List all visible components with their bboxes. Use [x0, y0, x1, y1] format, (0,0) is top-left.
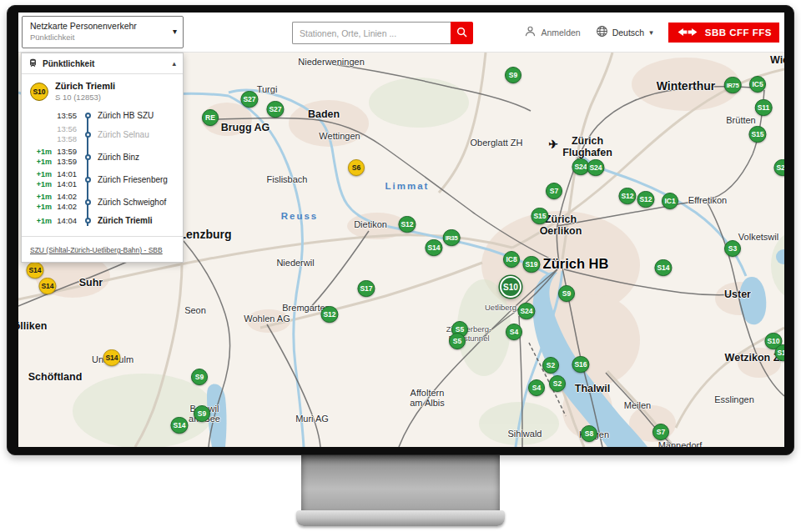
- train-badge-s19[interactable]: S19: [522, 256, 540, 273]
- search-button[interactable]: [451, 22, 473, 44]
- train-badge-s5[interactable]: S5: [449, 333, 466, 349]
- stop-dot: [85, 154, 91, 160]
- train-badge-s6[interactable]: S6: [348, 159, 365, 176]
- train-badge-s9[interactable]: S9: [558, 285, 575, 302]
- chevron-down-icon: ▾: [173, 27, 177, 36]
- train-badge-s14[interactable]: S14: [170, 417, 188, 434]
- monitor-bezel: NiederweningenTurgiBadenBrugg AGWettinge…: [7, 5, 794, 455]
- train-badge-s9[interactable]: S9: [505, 67, 521, 83]
- timeline-dot-cell: [82, 132, 93, 138]
- delay-column: +1m+1m: [30, 147, 52, 167]
- train-icon: [28, 56, 38, 71]
- train-badge-s12[interactable]: S12: [618, 188, 636, 204]
- stop-time: 14:01: [57, 169, 77, 179]
- stop-name: Zürich Binz: [93, 153, 139, 162]
- stop-row[interactable]: +1m14:04Zürich Triemli: [30, 214, 178, 227]
- stop-row[interactable]: 13:55Zürich HB SZU: [30, 109, 178, 122]
- stop-name: Zürich Triemli: [93, 216, 153, 225]
- panel-footer: SZU (Sihltal-Zürich-Uetliberg-Bahn) - SB…: [22, 236, 183, 262]
- stop-row[interactable]: +1m+1m13:5913:59Zürich Binz: [30, 147, 178, 167]
- login-button[interactable]: Anmelden: [524, 25, 580, 41]
- train-badge-s2[interactable]: S2: [549, 375, 566, 392]
- login-label: Anmelden: [541, 28, 580, 38]
- train-badge-s24[interactable]: S24: [587, 159, 604, 176]
- train-badge-ir75[interactable]: IR75: [724, 77, 742, 93]
- train-badge-s15[interactable]: S15: [774, 344, 784, 361]
- person-icon: [524, 25, 537, 41]
- sbb-logo-text: SBB CFF FFS: [705, 28, 772, 38]
- train-badge-s24[interactable]: S24: [517, 303, 535, 319]
- train-badge-s27[interactable]: S27: [240, 91, 258, 108]
- monitor-stand-base: [296, 510, 505, 526]
- sbb-arrows-icon: [676, 25, 699, 40]
- delay-label: +1m: [37, 157, 52, 167]
- train-badge-s11[interactable]: S11: [755, 99, 773, 116]
- operator-link[interactable]: SZU (Sihltal-Zürich-Uetliberg-Bahn) - SB…: [30, 246, 163, 254]
- language-selector[interactable]: Deutsch ▾: [596, 25, 653, 41]
- delay-label: +1m: [37, 147, 52, 157]
- stop-row[interactable]: +1m+1m14:0114:01Zürich Friesenberg: [30, 169, 178, 189]
- stop-name: Zürich Schweighof: [93, 198, 166, 207]
- train-badge-ic8[interactable]: IC8: [503, 251, 520, 268]
- delay-column: +1m: [30, 216, 52, 226]
- stop-name: Zürich HB SZU: [93, 111, 154, 120]
- chevron-up-icon[interactable]: ▴: [172, 59, 176, 68]
- train-badge-s14[interactable]: S14: [654, 259, 672, 276]
- train-badge-s15[interactable]: S15: [748, 126, 766, 143]
- time-column: 14:0214:02: [52, 192, 82, 212]
- stop-time: 13:58: [57, 134, 77, 144]
- delay-column: +1m+1m: [30, 169, 52, 189]
- stop-dot: [85, 132, 91, 138]
- train-badge-s7[interactable]: S7: [546, 183, 562, 199]
- train-badge-s27[interactable]: S27: [266, 101, 284, 118]
- search-icon: [456, 27, 467, 40]
- train-badge-s14[interactable]: S14: [38, 278, 56, 294]
- train-badge-s14[interactable]: S14: [26, 262, 43, 279]
- train-badge-re[interactable]: RE: [202, 109, 219, 126]
- train-badge-s17[interactable]: S17: [357, 280, 375, 297]
- search-bar: [292, 22, 473, 44]
- timeline-dot-cell: [82, 199, 93, 205]
- time-column: 13:55: [52, 111, 82, 121]
- panel-header[interactable]: Pünktlichkeit ▴: [22, 53, 183, 74]
- sbb-logo[interactable]: SBB CFF FFS: [668, 23, 779, 43]
- train-badge-s16[interactable]: S16: [572, 356, 589, 373]
- train-badge-s4[interactable]: S4: [528, 379, 545, 396]
- train-badge-s3[interactable]: S3: [724, 240, 741, 257]
- screen: NiederweningenTurgiBadenBrugg AGWettinge…: [18, 13, 784, 447]
- train-badge-s12[interactable]: S12: [637, 191, 654, 208]
- train-badge-s9[interactable]: S9: [191, 369, 208, 385]
- train-badge-s4[interactable]: S4: [506, 324, 522, 340]
- train-badge-ic5[interactable]: IC5: [749, 76, 766, 93]
- train-destination: Zürich Triemli: [55, 81, 115, 91]
- globe-icon: [596, 25, 608, 41]
- train-number: S 10 (12853): [55, 93, 115, 102]
- top-bar: Netzkarte Personenverkehr Pünktlichkeit …: [18, 13, 784, 53]
- train-badge-s7[interactable]: S7: [652, 424, 669, 440]
- stop-row[interactable]: 13:5613:58Zürich Selnau: [30, 124, 178, 144]
- stop-time: 14:01: [57, 179, 77, 189]
- train-badge-s9[interactable]: S9: [194, 405, 210, 422]
- stop-name: Zürich Friesenberg: [93, 175, 168, 184]
- delay-column: +1m+1m: [30, 192, 52, 212]
- train-badge-ic1[interactable]: IC1: [662, 193, 678, 209]
- stop-time: 14:02: [57, 202, 77, 212]
- train-badge-s8[interactable]: S8: [581, 425, 597, 442]
- train-badge-ir35[interactable]: IR35: [443, 229, 461, 246]
- timeline-dot-cell: [82, 218, 93, 223]
- search-input[interactable]: [292, 22, 451, 44]
- stop-row[interactable]: +1m+1m14:0214:02Zürich Schweighof: [30, 192, 178, 212]
- language-label: Deutsch: [612, 28, 645, 38]
- monitor-stand-neck: [301, 455, 500, 511]
- train-badge-s12[interactable]: S12: [398, 216, 416, 233]
- map-layer-dropdown[interactable]: Netzkarte Personenverkehr Pünktlichkeit …: [22, 16, 184, 48]
- train-badge-s15[interactable]: S15: [531, 208, 548, 224]
- time-column: 13:5613:58: [52, 124, 82, 144]
- train-badge-s10[interactable]: S10: [500, 276, 521, 298]
- train-badge-s14[interactable]: S14: [103, 349, 120, 366]
- train-badge-s2[interactable]: S2: [542, 357, 559, 374]
- train-badge-s14[interactable]: S14: [425, 239, 442, 256]
- train-badge-s26[interactable]: S26: [773, 159, 784, 176]
- train-badge-s12[interactable]: S12: [320, 306, 338, 323]
- delay-label: +1m: [37, 179, 52, 189]
